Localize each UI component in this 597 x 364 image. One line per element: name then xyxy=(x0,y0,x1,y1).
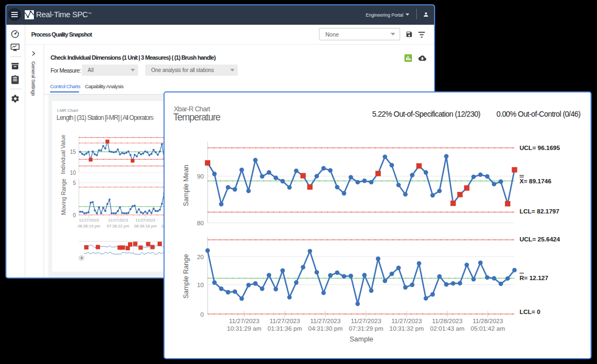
svg-text:10:31:32 pm: 10:31:32 pm xyxy=(389,325,424,332)
svg-text:07:31:29 pm: 07:31:29 pm xyxy=(349,325,383,332)
svg-text:80: 80 xyxy=(197,220,204,226)
svg-text:11/27/2023: 11/27/2023 xyxy=(310,318,341,324)
svg-text:02:01:43 am: 02:01:43 am xyxy=(430,325,465,332)
svg-text:06:36:19 pm: 06:36:19 pm xyxy=(77,224,100,229)
svg-text:11/27/2023: 11/27/2023 xyxy=(136,218,155,223)
svg-text:07:36:22 pm: 07:36:22 pm xyxy=(107,224,130,229)
svg-text:11/27/2023: 11/27/2023 xyxy=(79,218,99,223)
svg-text:15: 15 xyxy=(70,149,76,155)
svg-text:10: 10 xyxy=(197,282,204,288)
svg-text:UCL= 25.6424: UCL= 25.6424 xyxy=(520,236,560,242)
svg-text:11/28/2023: 11/28/2023 xyxy=(432,318,463,324)
svg-text:11/27/2023: 11/27/2023 xyxy=(351,318,381,324)
svg-text:20: 20 xyxy=(197,254,204,260)
svg-text:04:31:30 pm: 04:31:30 pm xyxy=(308,325,343,332)
svg-text:Sample: Sample xyxy=(350,335,373,343)
svg-text:08:36:18 pm: 08:36:18 pm xyxy=(134,224,157,229)
svg-text:01:31:36 pm: 01:31:36 pm xyxy=(268,325,302,332)
svg-text:Sample Mean: Sample Mean xyxy=(182,165,190,206)
svg-text:LCL= 0: LCL= 0 xyxy=(520,309,541,315)
svg-text:LCL= 82.1797: LCL= 82.1797 xyxy=(520,208,559,215)
svg-text:Sample Range: Sample Range xyxy=(182,254,190,299)
svg-text:10:31:29 am: 10:31:29 am xyxy=(227,325,261,332)
svg-text:90: 90 xyxy=(197,173,204,180)
svg-text:5: 5 xyxy=(73,180,76,186)
svg-text:0: 0 xyxy=(73,212,76,218)
svg-text:X= 89.1746: X= 89.1746 xyxy=(520,178,551,184)
svg-text:0: 0 xyxy=(201,311,204,318)
svg-text:05:01:42 am: 05:01:42 am xyxy=(471,325,505,332)
svg-text:11/28/2023: 11/28/2023 xyxy=(473,318,503,324)
svg-text:UCL= 96.1695: UCL= 96.1695 xyxy=(520,145,560,151)
svg-text:11/27/2023: 11/27/2023 xyxy=(229,318,260,324)
svg-text:Moving Range: Moving Range xyxy=(60,179,67,215)
svg-text:10: 10 xyxy=(70,170,76,176)
svg-text:Individual Value: Individual Value xyxy=(60,134,66,174)
svg-text:11/27/2023: 11/27/2023 xyxy=(269,318,300,324)
svg-text:11/27/2023: 11/27/2023 xyxy=(392,318,422,324)
svg-text:11/27/2023: 11/27/2023 xyxy=(108,218,128,223)
svg-text:R= 12.127: R= 12.127 xyxy=(520,275,548,281)
